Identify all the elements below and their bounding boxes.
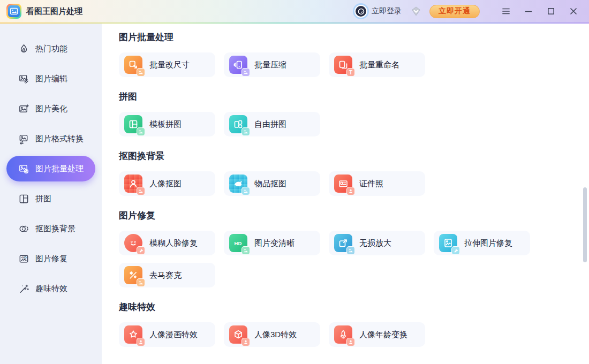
maximize-icon[interactable] [543,3,559,19]
sidebar-item-repair[interactable]: HD 图片修复 [6,246,95,271]
sidebar-item-label: 抠图换背景 [35,224,75,234]
hd-image-icon: HD [18,253,29,264]
feature-card-id-photo[interactable]: 证件照 [329,171,425,196]
sidebar-item-batch-processing[interactable]: 图片批量处理 [6,156,95,181]
batch-compress-icon [229,56,247,74]
image-batch-icon [18,163,29,175]
feature-card-batch-rename[interactable]: T 批量重命名 [329,52,425,77]
sidebar-item-label: 图片编辑 [35,74,67,84]
section-title: 抠图换背景 [119,150,589,162]
sidebar-item-label: 图片美化 [35,104,67,114]
section-title: 趣味特效 [119,301,589,313]
sidebar-item-label: 趣味特效 [35,284,67,294]
feature-card-free-collage[interactable]: 自由拼图 [224,112,320,136]
sidebar-item-image-edit[interactable]: 图片编辑 [6,66,95,92]
age-change-icon [334,325,352,344]
feature-card-label: 批量重命名 [359,60,399,70]
svg-text:HD: HD [235,240,242,246]
svg-text:HD: HD [22,255,27,259]
section-collage: 拼图 模板拼图 自由拼图 [119,90,589,136]
feature-card-label: 人像年龄变换 [359,330,407,340]
section-fun-effects: 趣味特效 人像漫画特效 人像3D特效 [119,301,589,347]
menu-icon[interactable] [498,3,514,19]
feature-card-batch-resize[interactable]: 批量改尺寸 [119,52,215,77]
clarity-icon: HD [229,234,247,252]
app-logo-icon [6,4,21,19]
sidebar-item-label: 拼图 [35,194,51,204]
section-title: 图片修复 [119,209,589,222]
section-title: 拼图 [119,90,589,103]
section-title: 图片批量处理 [119,31,589,43]
feature-card-stretch-repair[interactable]: 拉伸图片修复 [434,231,530,255]
image-convert-icon [18,133,29,145]
feature-card-label: 批量压缩 [254,60,286,70]
person-badge-icon [346,187,355,195]
image-badge-icon [241,246,250,255]
sidebar-item-matting[interactable]: 抠图换背景 [6,216,95,241]
feature-card-lossless-enlarge[interactable]: 无损放大 [329,231,425,255]
template-collage-icon [124,115,142,133]
feature-card-label: 批量改尺寸 [149,60,190,70]
feature-card-object-matting[interactable]: 物品抠图 [224,171,320,196]
sidebar-item-label: 图片格式转换 [35,134,84,144]
sidebar-item-label: 图片批量处理 [35,164,84,174]
sidebar-item-hot-features[interactable]: 热门功能 [6,36,95,62]
section-repair: 图片修复 模糊人脸修复 HD 图片变清晰 [119,209,589,287]
feature-card-batch-compress[interactable]: 批量压缩 [224,52,320,77]
scrollbar-thumb[interactable] [583,187,587,262]
upgrade-button[interactable]: 立即开通 [429,5,480,18]
feature-card-label: 人像3D特效 [254,330,297,340]
batch-resize-icon [124,56,142,74]
feature-card-label: 无损放大 [359,238,391,248]
sidebar-item-fun-effects[interactable]: 趣味特效 [6,276,95,301]
person-badge-icon [346,338,355,346]
feature-card-label: 模板拼图 [149,119,182,130]
face-repair-icon [124,234,142,252]
feature-card-label: 模糊人脸修复 [149,238,198,248]
feature-card-cartoon-effect[interactable]: 人像漫画特效 [119,322,215,347]
vip-diamond-icon[interactable] [410,6,422,17]
minimize-icon[interactable] [520,3,537,19]
flame-icon [18,43,29,55]
feature-card-age-change[interactable]: 人像年龄变换 [329,322,425,347]
sidebar-item-label: 热门功能 [35,44,67,54]
image-badge-icon [241,127,250,136]
image-beautify-icon [18,103,29,115]
id-photo-icon [334,175,352,193]
app-title: 看图王图片处理 [26,6,82,17]
image-badge-icon [241,187,250,195]
sidebar: 热门功能 图片编辑 图片美化 图片格式转换 图片批量处理 拼图 抠图换背景 H [0,24,102,364]
feature-card-label: 拉伸图片修复 [464,238,512,248]
login-link[interactable]: 立即登录 [372,6,402,16]
sidebar-item-collage[interactable]: 拼图 [6,186,95,211]
feature-card-label: 证件照 [359,179,383,189]
collage-icon [18,193,29,204]
feature-card-remove-mosaic[interactable]: 去马赛克 [119,263,215,287]
section-batch-processing: 图片批量处理 批量改尺寸 批量压缩 [119,31,589,77]
image-badge-icon [346,246,355,255]
sidebar-item-image-beautify[interactable]: 图片美化 [6,96,95,122]
wrench-badge-icon [451,246,460,255]
feature-card-portrait-matting[interactable]: 人像抠图 [119,171,215,196]
matting-icon [18,223,29,234]
feature-card-label: 人像抠图 [149,179,182,189]
feature-card-label: 人像漫画特效 [149,330,198,340]
close-icon[interactable] [565,3,582,19]
feature-card-clarity[interactable]: HD 图片变清晰 [224,231,320,255]
image-badge-icon [137,278,145,287]
feature-card-label: 图片变清晰 [254,238,294,248]
remove-mosaic-icon [124,266,142,284]
sidebar-item-label: 图片修复 [35,254,67,264]
feature-card-label: 自由拼图 [254,119,286,130]
stretch-repair-icon [439,234,457,252]
feature-card-label: 物品抠图 [254,179,286,189]
batch-rename-icon: T [334,56,352,74]
feature-card-3d-effect[interactable]: 人像3D特效 [224,322,320,347]
feature-card-template-collage[interactable]: 模板拼图 [119,112,215,136]
lossless-enlarge-icon [334,234,352,252]
image-badge-icon [137,127,145,136]
image-badge-icon [241,68,250,77]
user-avatar-icon[interactable] [354,5,367,18]
sidebar-item-format-convert[interactable]: 图片格式转换 [6,126,95,151]
feature-card-face-repair[interactable]: 模糊人脸修复 [119,231,215,255]
